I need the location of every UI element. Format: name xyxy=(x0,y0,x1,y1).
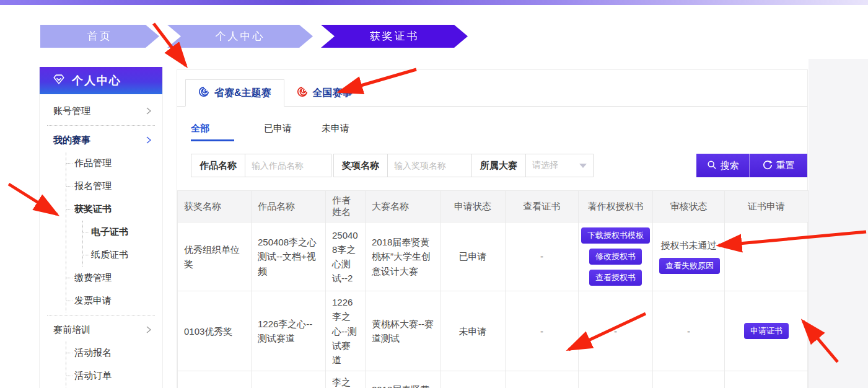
sidebar-item-award-certificate[interactable]: 获奖证书 xyxy=(66,198,162,221)
table-row: 优秀组织单位奖 250408李之心测试--文档+视频 250408李之心测试--… xyxy=(178,223,809,291)
view-certificate-cell: - xyxy=(506,223,579,291)
chevron-right-icon xyxy=(145,107,152,115)
breadcrumb-award-certificate[interactable]: 获奖证书 xyxy=(321,25,468,48)
view-certificate-cell: 查看证书 xyxy=(506,371,579,388)
breadcrumb-home[interactable]: 首页 xyxy=(40,25,159,48)
work-name-filter-group: 作品名称 xyxy=(191,154,331,177)
download-authorization-template-button[interactable]: 下载授权书模板 xyxy=(581,227,650,244)
award-name-cell: 全场大奖 xyxy=(178,371,252,388)
apply-status-cell: 已申请 xyxy=(441,371,506,388)
breadcrumb-home-label: 首页 xyxy=(87,30,112,42)
sidebar-item-paper-certificate[interactable]: 纸质证书 xyxy=(83,244,162,267)
sidebar-item-pre-contest-training[interactable]: 赛前培训 xyxy=(40,318,162,342)
sidebar-item-account-management[interactable]: 账号管理 xyxy=(40,99,162,123)
work-name-cell: 1226李之心--测试赛道 xyxy=(252,291,326,371)
apply-status-cell: 未申请 xyxy=(441,291,506,371)
award-name-label: 奖项名称 xyxy=(333,154,388,177)
primary-tab-bar: 省赛&主题赛 全国赛事 xyxy=(177,70,807,107)
certificate-application-cell xyxy=(725,371,809,388)
award-name-filter-group: 奖项名称 xyxy=(333,154,474,177)
col-author-name: 作者姓名 xyxy=(326,191,366,223)
sidebar-divider xyxy=(47,125,155,126)
col-contest-name: 大赛名称 xyxy=(366,191,441,223)
contest-select[interactable]: 请选择 xyxy=(525,154,594,177)
select-caret-icon xyxy=(579,164,587,168)
col-award-name: 获奖名称 xyxy=(178,191,252,223)
chevron-right-icon xyxy=(145,136,152,144)
col-certificate-application: 证书申请 xyxy=(725,191,809,223)
secondary-tab-bar: 全部 已申请 未申请 xyxy=(191,123,807,141)
author-name-cell: 250408李之心测试--2 xyxy=(326,223,366,291)
sidebar-item-payment-management[interactable]: 缴费管理 xyxy=(66,267,162,289)
work-name-label: 作品名称 xyxy=(191,154,245,177)
modify-authorization-button[interactable]: 修改授权书 xyxy=(589,249,642,265)
spiral-logo-blue-icon xyxy=(198,86,209,100)
col-review-status: 审核状态 xyxy=(653,191,725,223)
contest-filter-group: 所属大赛 请选择 xyxy=(471,154,594,177)
contest-select-placeholder: 请选择 xyxy=(532,160,558,171)
certificate-application-cell xyxy=(725,223,809,291)
contest-name-cell: 黄桃杯大赛--赛道测试 xyxy=(366,291,441,371)
award-name-cell: 0103优秀奖 xyxy=(178,291,252,371)
sidebar-divider xyxy=(47,315,155,315)
sidebar-title: 个人中心 xyxy=(72,73,121,88)
apply-status-cell: 已申请 xyxy=(441,223,506,291)
col-copyright-authorization: 著作权授权书 xyxy=(579,191,653,223)
award-name-input[interactable] xyxy=(387,154,474,177)
search-button[interactable]: 搜索 xyxy=(696,154,750,177)
work-name-cell: 支付测试1 xyxy=(252,371,326,388)
sidebar-item-activity-orders[interactable]: 活动订单 xyxy=(66,364,162,387)
copyright-authorization-cell: 下载授权书模板 修改授权书 查看授权书 xyxy=(579,223,653,291)
sidebar-item-work-management[interactable]: 作品管理 xyxy=(66,152,162,175)
filter-bar: 作品名称 奖项名称 所属大赛 请选择 搜索 重置 xyxy=(177,154,807,177)
work-name-input[interactable] xyxy=(245,154,331,177)
table-row: 0103优秀奖 1226李之心--测试赛道 1226李之心--测试赛道 黄桃杯大… xyxy=(178,291,809,371)
sidebar: 个人中心 账号管理 我的赛事 作品管理 报名管理 获奖证书 电子证书 纸质证书 … xyxy=(39,67,163,388)
sidebar-item-activity-registration[interactable]: 活动报名 xyxy=(66,342,162,364)
table-row: 全场大奖 支付测试1 李之心0825测试-1 2018届奉贤黄桃杯”大学生创意设… xyxy=(178,371,809,388)
award-name-cell: 优秀组织单位奖 xyxy=(178,223,252,291)
review-status-cell: - xyxy=(653,371,725,388)
certificate-application-cell: 申请证书 xyxy=(725,291,809,371)
main-content-card: 省赛&主题赛 全国赛事 全部 已申请 未申请 作品名称 奖项名称 所属大赛 请选… xyxy=(177,69,808,388)
subtab-all[interactable]: 全部 xyxy=(191,123,234,141)
spiral-logo-red-icon xyxy=(297,86,308,100)
gem-diamond-icon xyxy=(52,73,66,89)
view-failure-reason-button[interactable]: 查看失败原因 xyxy=(659,258,720,274)
tab-national-contest[interactable]: 全国赛事 xyxy=(284,80,365,106)
review-status-text: 授权书未通过 xyxy=(659,238,718,252)
author-name-cell: 1226李之心--测试赛道 xyxy=(326,291,366,371)
col-apply-status: 申请状态 xyxy=(441,191,506,223)
refresh-icon xyxy=(763,160,773,172)
work-name-cell: 250408李之心测试--文档+视频 xyxy=(252,223,326,291)
contest-label: 所属大赛 xyxy=(471,154,526,177)
sidebar-item-electronic-certificate[interactable]: 电子证书 xyxy=(83,221,162,244)
certificates-table: 获奖名称 作品名称 作者姓名 大赛名称 申请状态 查看证书 著作权授权书 审核状… xyxy=(177,190,809,388)
apply-certificate-button[interactable]: 申请证书 xyxy=(744,323,789,339)
sidebar-item-registration-management[interactable]: 报名管理 xyxy=(66,175,162,198)
chevron-right-icon xyxy=(145,325,152,334)
page-background-strip xyxy=(809,59,868,388)
breadcrumb-personal-center[interactable]: 个人中心 xyxy=(167,25,313,48)
sidebar-header: 个人中心 xyxy=(40,67,162,94)
copyright-authorization-cell: - xyxy=(579,371,653,388)
sidebar-item-invoice-application[interactable]: 发票申请 xyxy=(66,289,162,312)
col-view-certificate: 查看证书 xyxy=(506,191,579,223)
copyright-authorization-cell: - xyxy=(579,291,653,371)
author-name-cell: 李之心0825测试-1 xyxy=(326,371,366,388)
view-certificate-cell: - xyxy=(506,291,579,371)
breadcrumb-award-certificate-label: 获奖证书 xyxy=(370,30,419,42)
subtab-applied[interactable]: 已申请 xyxy=(264,123,292,141)
contest-name-cell: 2018届奉贤黄桃杯”大学生创意设计大赛 xyxy=(366,371,441,388)
tab-provincial-theme-contest[interactable]: 省赛&主题赛 xyxy=(185,79,284,107)
view-authorization-button[interactable]: 查看授权书 xyxy=(589,270,642,286)
table-header-row: 获奖名称 作品名称 作者姓名 大赛名称 申请状态 查看证书 著作权授权书 审核状… xyxy=(178,191,809,223)
review-status-cell: 授权书未通过 查看失败原因 xyxy=(653,223,725,291)
contest-name-cell: 2018届奉贤黄桃杯”大学生创意设计大赛 xyxy=(366,223,441,291)
sidebar-item-my-contests[interactable]: 我的赛事 xyxy=(40,128,162,152)
search-icon xyxy=(707,160,717,172)
page-top-gradient-bar xyxy=(0,0,868,5)
subtab-not-applied[interactable]: 未申请 xyxy=(322,123,349,141)
reset-button[interactable]: 重置 xyxy=(750,154,807,177)
breadcrumb-personal-center-label: 个人中心 xyxy=(216,30,265,42)
